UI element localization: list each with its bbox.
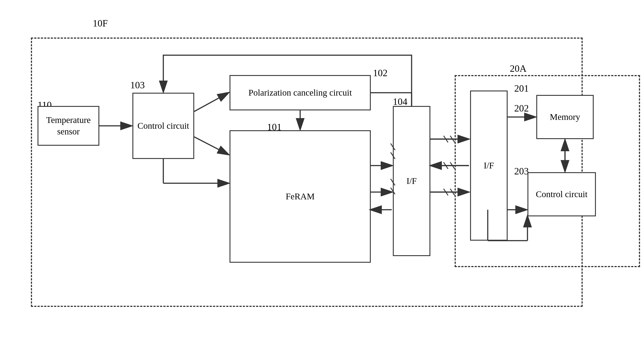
ref-102: 102	[373, 67, 388, 78]
temp-sensor-box: Temperature sensor	[38, 106, 99, 146]
if-right-label: I/F	[484, 160, 494, 171]
if-left-label: I/F	[406, 175, 417, 187]
feram-box: FeRAM	[230, 130, 371, 263]
polar-circuit-box: Polarization canceling circuit	[230, 75, 371, 110]
ref-103: 103	[130, 80, 145, 91]
ref-203: 203	[514, 166, 529, 177]
temp-sensor-label: Temperature sensor	[38, 114, 98, 137]
ctrl-circuit-203-box: Control circuit	[528, 172, 596, 216]
memory-box: Memory	[536, 95, 594, 139]
label-10f: 10F	[93, 18, 108, 29]
diagram-container: 10F 20A 110 103 102 101 104 201 202 203 …	[18, 11, 624, 338]
ctrl-circuit-203-label: Control circuit	[536, 188, 588, 200]
ref-104: 104	[393, 96, 408, 107]
if-left-box: I/F	[393, 106, 430, 256]
polar-circuit-label: Polarization canceling circuit	[248, 87, 352, 98]
feram-label: FeRAM	[286, 191, 314, 202]
ref-202: 202	[514, 103, 529, 114]
ref-201: 201	[514, 83, 529, 94]
ctrl-circuit-103-box: Control circuit	[132, 93, 194, 159]
if-right-box: I/F	[470, 90, 508, 241]
label-20a: 20A	[510, 63, 526, 74]
memory-label: Memory	[550, 111, 580, 123]
ctrl-circuit-103-label: Control circuit	[138, 120, 189, 132]
